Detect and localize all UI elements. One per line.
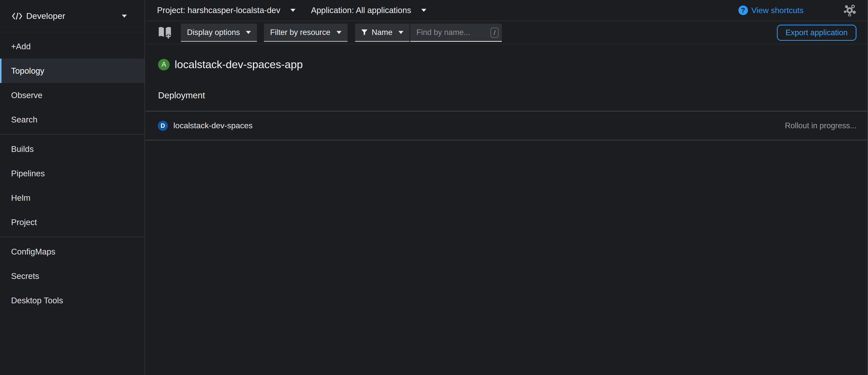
application-title: localstack-dev-spaces-app	[175, 58, 303, 71]
sidebar-group-config: ConfigMaps Secrets Desktop Tools	[0, 239, 145, 313]
sidebar-item-search[interactable]: Search	[0, 107, 145, 132]
display-options-dropdown[interactable]: Display options	[181, 24, 257, 42]
filter-funnel-icon	[361, 29, 368, 36]
application-group-header: A localstack-dev-spaces-app	[146, 45, 868, 71]
sidebar-item-secrets[interactable]: Secrets	[0, 264, 145, 288]
perspective-switcher[interactable]: Developer	[0, 0, 145, 32]
chevron-down-icon	[122, 14, 127, 18]
masthead: Project: harshcasper-localsta-dev Applic…	[146, 0, 868, 21]
sidebar-divider	[0, 237, 145, 237]
view-shortcuts-label: View shortcuts	[751, 6, 804, 15]
filter-by-resource-label: Filter by resource	[270, 28, 330, 37]
chevron-down-icon	[398, 31, 403, 34]
chevron-down-icon	[421, 9, 426, 12]
export-application-button[interactable]: Export application	[777, 25, 857, 41]
topology-toolbar: Display options Filter by resource Name …	[146, 22, 868, 44]
masthead-right: ? View shortcuts	[738, 4, 857, 16]
application-badge: A	[158, 59, 169, 70]
application-selector[interactable]: Application: All applications	[311, 5, 426, 15]
filter-by-resource-dropdown[interactable]: Filter by resource	[264, 24, 347, 42]
quick-search-book-icon[interactable]	[158, 26, 172, 39]
sidebar-item-pipelines[interactable]: Pipelines	[0, 161, 145, 185]
sidebar-item-project[interactable]: Project	[0, 210, 145, 234]
sidebar-item-observe[interactable]: Observe	[0, 83, 145, 107]
sidebar-item-builds[interactable]: Builds	[0, 137, 145, 161]
sidebar-item-topology[interactable]: Topology	[0, 59, 145, 83]
deployment-badge: D	[158, 121, 168, 131]
project-selector[interactable]: Project: harshcasper-localsta-dev	[157, 5, 296, 15]
sidebar-item-helm[interactable]: Helm	[0, 185, 145, 210]
chevron-down-icon	[337, 31, 342, 34]
view-shortcuts-link[interactable]: ? View shortcuts	[738, 5, 804, 15]
filter-type-label: Name	[372, 28, 393, 37]
sidebar-item-desktop-tools[interactable]: Desktop Tools	[0, 288, 145, 313]
sidebar-divider	[0, 134, 145, 135]
name-filter-group: Name /	[355, 24, 502, 42]
chevron-down-icon	[246, 31, 251, 34]
find-by-name-input[interactable]	[410, 24, 502, 42]
chevron-down-icon	[290, 9, 296, 12]
topology-view-icon[interactable]	[843, 4, 857, 16]
deployment-name[interactable]: localstack-dev-spaces	[174, 121, 253, 130]
filter-type-dropdown[interactable]: Name	[355, 24, 410, 42]
perspective-label: Developer	[26, 11, 65, 21]
keyboard-shortcut-hint: /	[491, 28, 499, 38]
sidebar: Developer +Add Topology Observe Search B…	[0, 0, 145, 375]
sidebar-item-configmaps[interactable]: ConfigMaps	[0, 239, 145, 264]
display-options-label: Display options	[187, 28, 240, 37]
code-icon	[11, 12, 23, 21]
topology-list-view: A localstack-dev-spaces-app Deployment D…	[146, 45, 868, 375]
sidebar-group-build: Builds Pipelines Helm Project	[0, 137, 145, 234]
application-selector-label: Application: All applications	[311, 5, 411, 15]
question-circle-icon: ?	[738, 5, 748, 15]
deployment-row[interactable]: D localstack-dev-spaces Rollout in progr…	[146, 111, 868, 140]
sidebar-group-main: +Add Topology Observe Search	[0, 32, 145, 132]
project-selector-label: Project: harshcasper-localsta-dev	[157, 5, 280, 15]
resource-kind-heading: Deployment	[158, 90, 868, 100]
deployment-status: Rollout in progress...	[785, 121, 857, 130]
find-by-name-wrapper: /	[410, 24, 502, 42]
sidebar-item-add[interactable]: +Add	[0, 34, 145, 59]
